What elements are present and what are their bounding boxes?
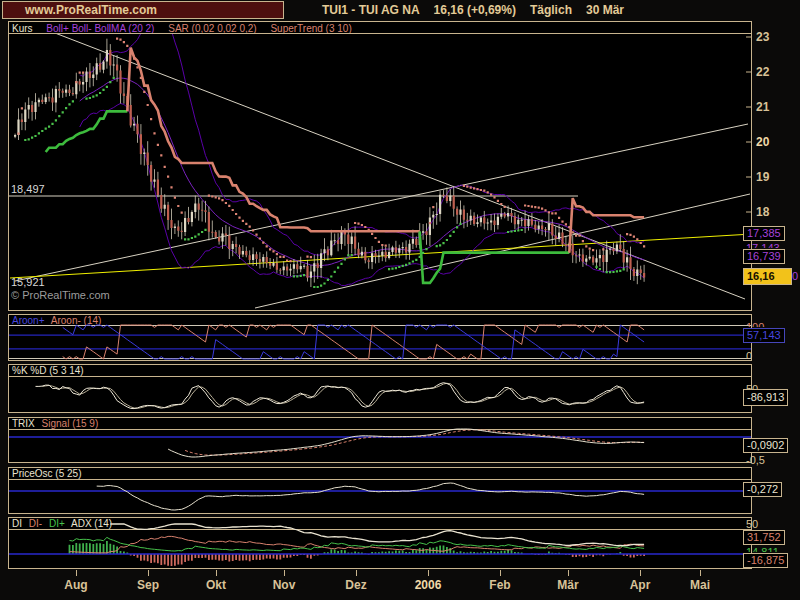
di-adx-chart-area[interactable] <box>9 518 751 568</box>
price-axis-label-18: 18 <box>756 205 769 219</box>
candle-bodies-down <box>21 50 645 278</box>
month-label-Nov: Nov <box>262 578 306 592</box>
price-axis-label-23: 23 <box>756 30 769 44</box>
month-label-Aug: Aug <box>54 578 98 592</box>
readout-0272: -0,272 <box>743 482 782 497</box>
watermark: © ProRealTime.com <box>11 289 110 301</box>
month-tick-Feb <box>500 570 501 576</box>
aroon-plus-line <box>63 325 644 359</box>
bollinger-upper-line <box>80 34 644 255</box>
month-tick-Apr <box>640 570 641 576</box>
month-label-Feb: Feb <box>478 578 522 592</box>
timeframe-label: Täglich <box>530 3 572 17</box>
readout-100: 100 <box>743 321 767 327</box>
aroon-chart-area[interactable] <box>9 315 751 360</box>
readout-17143: 17,143 <box>743 242 783 248</box>
readout-16739: 16,739 <box>743 249 785 264</box>
month-tick-Nov <box>284 570 285 576</box>
month-label-Dez: Dez <box>334 578 378 592</box>
price-axis-label-22: 22 <box>756 65 769 79</box>
level-label-15921: 15,921 <box>11 276 45 288</box>
trix-line <box>168 429 644 457</box>
readout-1616: 16,16 <box>743 268 792 285</box>
supertrend-support-line <box>46 111 128 152</box>
month-tick-Okt <box>216 570 217 576</box>
trix-signal-line <box>185 430 644 455</box>
price-axis-label-19: 19 <box>756 170 769 184</box>
di-histogram-down <box>131 554 644 566</box>
month-label-Mai: Mai <box>678 578 722 592</box>
month-tick-Mai <box>700 570 701 576</box>
readout-57143: 57,143 <box>743 328 785 343</box>
symbol-label: TUI1 - TUI AG NA <box>322 3 420 17</box>
priceosc-chart-area[interactable] <box>9 468 751 513</box>
month-label-Apr: Apr <box>618 578 662 592</box>
readout-14811: 14,811 <box>743 546 782 552</box>
readout-86913: -86,913 <box>743 389 788 406</box>
price-axis-label-20: 20 <box>756 135 769 149</box>
readout-17385: 17,385 <box>743 226 785 241</box>
sar-dots-down <box>17 38 645 263</box>
chart-title-bar: TUI1 - TUI AG NA16,16 (+0,69%)Täglich30 … <box>322 3 638 17</box>
readout-16875: -16,875 <box>743 553 788 568</box>
month-tick-Sep <box>148 570 149 576</box>
price-axis-label-21: 21 <box>756 100 769 114</box>
last-quote: 16,16 (+0,69%) <box>434 3 516 17</box>
month-tick-Dez <box>356 570 357 576</box>
month-tick-Aug <box>76 570 77 576</box>
trix-chart-area[interactable] <box>9 418 751 462</box>
price-chart-area[interactable] <box>9 34 751 310</box>
date-label: 30 Mär <box>586 3 624 17</box>
trend-line-2 <box>255 194 750 308</box>
aroon-minus-line <box>63 325 644 359</box>
month-tick-2006 <box>428 570 429 576</box>
month-label-Okt: Okt <box>194 578 238 592</box>
month-label-Mär: Mär <box>546 578 590 592</box>
stoch-chart-area[interactable] <box>9 365 751 412</box>
readout-0: 0 <box>743 350 755 359</box>
readout-00902: -0,0902 <box>743 438 788 453</box>
adx-line <box>110 524 644 546</box>
month-tick-Mär <box>568 570 569 576</box>
supertrend-support-line <box>420 231 570 283</box>
prorealtime-site-link[interactable]: www.ProRealTime.com <box>2 1 284 19</box>
readout-31752: 31,752 <box>743 530 785 545</box>
month-label-2006: 2006 <box>406 578 450 592</box>
month-label-Sep: Sep <box>126 578 170 592</box>
level-label-18497: 18,497 <box>11 183 45 195</box>
priceosc-line <box>97 483 644 510</box>
readout-05: -0,5 <box>743 454 768 467</box>
prorealtime-window: www.ProRealTime.com TUI1 - TUI AG NA16,1… <box>0 0 800 600</box>
candle-bodies-up <box>14 50 638 278</box>
